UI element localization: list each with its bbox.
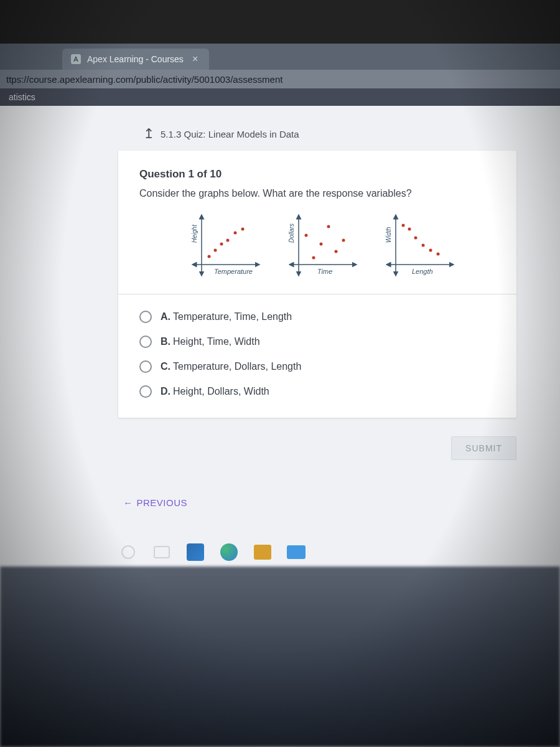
answer-option-c[interactable]: C.Temperature, Dollars, Length bbox=[139, 360, 495, 373]
svg-point-35 bbox=[437, 253, 440, 256]
submit-area: SUBMIT bbox=[118, 436, 516, 460]
quiz-header: ↥ 5.1.3 Quiz: Linear Models in Data bbox=[118, 112, 554, 151]
question-number: Question 1 of 10 bbox=[139, 168, 495, 181]
mail-icon[interactable] bbox=[286, 542, 306, 562]
svg-point-10 bbox=[234, 232, 237, 235]
course-topbar: atistics bbox=[0, 88, 560, 106]
answer-label: A.Temperature, Time, Length bbox=[161, 311, 292, 322]
answer-option-a[interactable]: A.Temperature, Time, Length bbox=[139, 311, 495, 323]
site-favicon-icon: A bbox=[71, 54, 81, 64]
svg-point-23 bbox=[342, 239, 345, 242]
svg-point-32 bbox=[414, 237, 418, 240]
arrow-left-icon: ← bbox=[123, 497, 133, 508]
browser-tab-strip: A Apex Learning - Courses × bbox=[0, 44, 560, 70]
svg-text:Length: Length bbox=[412, 268, 433, 275]
graph-3: Width Length bbox=[377, 212, 458, 280]
browser-tab[interactable]: A Apex Learning - Courses × bbox=[62, 49, 209, 70]
microsoft-store-icon[interactable] bbox=[185, 542, 205, 562]
task-view-icon[interactable] bbox=[152, 542, 172, 562]
svg-point-30 bbox=[402, 224, 405, 227]
svg-point-21 bbox=[327, 225, 330, 228]
svg-text:Time: Time bbox=[317, 268, 332, 275]
svg-point-7 bbox=[214, 249, 217, 252]
radio-icon[interactable] bbox=[139, 336, 152, 348]
answer-option-d[interactable]: D.Height, Dollars, Width bbox=[139, 385, 495, 398]
back-arrow-icon[interactable]: ↥ bbox=[143, 127, 154, 141]
svg-point-22 bbox=[335, 250, 338, 253]
quiz-title: 5.1.3 Quiz: Linear Models in Data bbox=[161, 129, 299, 139]
tab-title: Apex Learning - Courses bbox=[87, 54, 184, 64]
graph-2: Dollars Time bbox=[280, 212, 361, 280]
svg-point-20 bbox=[320, 243, 323, 246]
svg-point-31 bbox=[408, 228, 411, 231]
svg-point-8 bbox=[220, 243, 223, 246]
close-tab-icon[interactable]: × bbox=[190, 54, 200, 65]
divider bbox=[118, 294, 516, 294]
submit-button[interactable]: SUBMIT bbox=[451, 436, 516, 460]
previous-button[interactable]: ← PREVIOUS bbox=[123, 497, 187, 508]
svg-point-9 bbox=[226, 239, 230, 242]
edge-browser-icon[interactable] bbox=[219, 542, 239, 562]
answer-label: B.Height, Time, Width bbox=[161, 336, 260, 347]
file-explorer-icon[interactable] bbox=[253, 542, 273, 562]
previous-area: ← PREVIOUS bbox=[118, 497, 554, 509]
svg-text:Temperature: Temperature bbox=[214, 268, 253, 275]
svg-text:Width: Width bbox=[385, 227, 392, 243]
graphs-row: Height Temperature bbox=[183, 212, 495, 280]
previous-label: PREVIOUS bbox=[137, 497, 188, 508]
radio-icon[interactable] bbox=[139, 311, 152, 323]
radio-icon[interactable] bbox=[139, 385, 152, 398]
svg-point-33 bbox=[422, 244, 425, 247]
svg-point-18 bbox=[305, 234, 308, 237]
radio-icon[interactable] bbox=[139, 360, 152, 373]
answer-label: D.Height, Dollars, Width bbox=[161, 386, 269, 397]
svg-text:Height: Height bbox=[191, 224, 198, 243]
address-bar[interactable]: ttps://course.apexlearning.com/public/ac… bbox=[0, 70, 560, 88]
cortana-icon[interactable] bbox=[118, 542, 138, 562]
svg-point-6 bbox=[208, 255, 211, 258]
desk-surface bbox=[0, 566, 560, 747]
answer-option-b[interactable]: B.Height, Time, Width bbox=[139, 336, 495, 348]
question-card: Question 1 of 10 Consider the graphs bel… bbox=[118, 151, 516, 418]
answer-label: C.Temperature, Dollars, Length bbox=[161, 361, 301, 372]
answer-list: A.Temperature, Time, Length B.Height, Ti… bbox=[139, 311, 495, 398]
question-prompt: Consider the graphs below. What are the … bbox=[139, 188, 495, 199]
svg-point-19 bbox=[312, 256, 315, 260]
graph-1: Height Temperature bbox=[183, 212, 264, 280]
svg-point-11 bbox=[241, 228, 245, 231]
windows-taskbar bbox=[106, 538, 560, 566]
course-name: atistics bbox=[9, 92, 35, 102]
svg-point-34 bbox=[429, 249, 432, 252]
svg-text:Dollars: Dollars bbox=[288, 223, 295, 243]
url-text: ttps://course.apexlearning.com/public/ac… bbox=[6, 74, 282, 85]
